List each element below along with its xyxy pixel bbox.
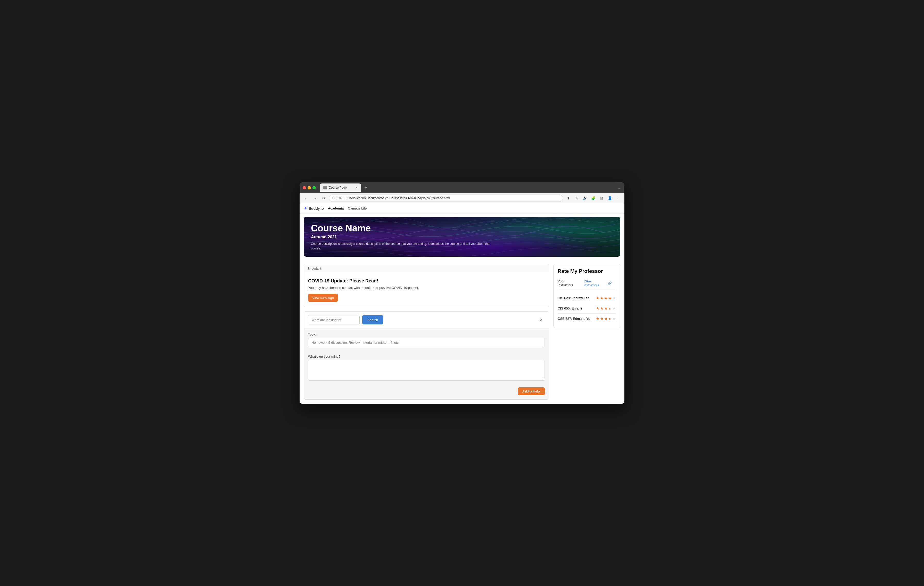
star-filled: ★ bbox=[604, 316, 608, 321]
address-info-icon: ⓘ bbox=[332, 196, 335, 200]
extensions-button[interactable]: 🧩 bbox=[590, 195, 597, 201]
tab-close-button[interactable]: ✕ bbox=[355, 186, 358, 189]
window-menu-button[interactable]: ⌄ bbox=[617, 185, 621, 191]
browser-window: Course Page ✕ + ⌄ ← → ↻ ⓘ File | /Users/… bbox=[300, 182, 624, 404]
table-row: CSE 687: Edmund Yu ★ ★ ★ ★ ★ bbox=[558, 314, 616, 324]
search-close-button[interactable]: ✕ bbox=[538, 316, 545, 323]
nav-link-academia[interactable]: Academia bbox=[328, 206, 344, 210]
minimize-button[interactable] bbox=[308, 186, 311, 189]
logo-icon: ✦ bbox=[304, 206, 307, 211]
instructor-name-1: CIS 655: Ercanli bbox=[558, 306, 582, 310]
mind-field-group: What's on your mind? bbox=[308, 355, 545, 382]
active-tab[interactable]: Course Page ✕ bbox=[320, 183, 361, 192]
audio-button[interactable]: 🔊 bbox=[582, 195, 588, 201]
traffic-lights bbox=[303, 186, 316, 189]
alert-title: COVID-19 Update: Please Read! bbox=[308, 278, 545, 284]
tab-favicon bbox=[323, 186, 327, 189]
star-filled: ★ bbox=[600, 316, 604, 321]
main-content-area: Important COVID-19 Update: Please Read! … bbox=[304, 264, 549, 400]
menu-button[interactable]: ⋮ bbox=[615, 195, 621, 201]
rate-professor-tabs: Your instructors Other instructors 🔗 bbox=[558, 278, 616, 289]
star-filled: ★ bbox=[604, 306, 608, 311]
rate-professor-title: Rate My Professor bbox=[558, 268, 616, 274]
topic-field-group: Topic bbox=[308, 333, 545, 351]
table-row: CIS 623: Andrew Lee ★ ★ ★ ★ ★ bbox=[558, 293, 616, 303]
tab-other-instructors[interactable]: Other instructors 🔗 bbox=[584, 278, 612, 289]
ask-for-help-button[interactable]: AskForHelp! bbox=[518, 387, 545, 395]
search-form-card: Search ✕ Topic What's on your mind? bbox=[304, 311, 549, 400]
forward-button[interactable]: → bbox=[312, 195, 318, 201]
link-icon: 🔗 bbox=[608, 281, 612, 285]
browser-actions: ⬆ ☆ 🔊 🧩 ⊟ 👤 ⋮ bbox=[565, 195, 621, 201]
tab-your-instructors[interactable]: Your instructors bbox=[558, 278, 579, 289]
search-input-wrapper bbox=[308, 315, 360, 324]
topic-input[interactable] bbox=[308, 338, 545, 347]
hero-banner: Course Name Autumn 2021 Course descripti… bbox=[304, 217, 620, 257]
star-filled: ★ bbox=[608, 296, 612, 300]
address-text: /Users/leoguo/Documents/Syr_Courses/CSE6… bbox=[346, 196, 450, 200]
page-content: ✦ Buddy.io Academia Campus Life Course N bbox=[300, 203, 624, 404]
instructor-name-0: CIS 623: Andrew Lee bbox=[558, 296, 589, 300]
new-tab-button[interactable]: + bbox=[362, 184, 370, 191]
main-layout: Important COVID-19 Update: Please Read! … bbox=[300, 260, 624, 404]
search-row: Search ✕ bbox=[304, 311, 549, 328]
stars-2: ★ ★ ★ ★ ★ bbox=[596, 316, 616, 321]
instructor-list: CIS 623: Andrew Lee ★ ★ ★ ★ ★ CIS 655: E… bbox=[558, 293, 616, 324]
table-row: CIS 655: Ercanli ★ ★ ★ ★ ★ bbox=[558, 303, 616, 314]
form-body: Topic What's on your mind? AskForHelp! bbox=[304, 328, 549, 400]
important-card: Important COVID-19 Update: Please Read! … bbox=[304, 264, 549, 307]
instructor-name-2: CSE 687: Edmund Yu bbox=[558, 317, 590, 321]
refresh-button[interactable]: ↻ bbox=[320, 195, 327, 201]
hero-title: Course Name bbox=[311, 223, 613, 234]
back-button[interactable]: ← bbox=[303, 195, 309, 201]
search-input[interactable] bbox=[309, 315, 360, 324]
bookmark-button[interactable]: ☆ bbox=[573, 195, 580, 201]
site-nav: ✦ Buddy.io Academia Campus Life bbox=[300, 203, 624, 214]
star-empty: ★ bbox=[612, 296, 616, 300]
browser-toolbar: ← → ↻ ⓘ File | /Users/leoguo/Documents/S… bbox=[300, 193, 624, 203]
other-instructors-label: Other instructors bbox=[584, 279, 607, 287]
tab-label: Course Page bbox=[329, 186, 347, 189]
card-body-important: COVID-19 Update: Please Read! You may ha… bbox=[304, 273, 549, 307]
star-half: ★ bbox=[608, 306, 612, 311]
hero-description: Course description is basically a course… bbox=[311, 242, 492, 251]
hero-content: Course Name Autumn 2021 Course descripti… bbox=[304, 217, 620, 257]
close-button[interactable] bbox=[303, 186, 306, 189]
address-prefix: File bbox=[337, 196, 342, 200]
alert-text: You may have been in contact with a conf… bbox=[308, 286, 545, 290]
share-button[interactable]: ⬆ bbox=[565, 195, 572, 201]
topic-label: Topic bbox=[308, 333, 545, 336]
star-empty: ★ bbox=[612, 316, 616, 321]
sidebar: Rate My Professor Your instructors Other… bbox=[553, 264, 620, 328]
mind-label: What's on your mind? bbox=[308, 355, 545, 359]
profile-button[interactable]: 👤 bbox=[606, 195, 613, 201]
star-empty: ★ bbox=[612, 306, 616, 311]
rate-professor-card: Rate My Professor Your instructors Other… bbox=[553, 264, 620, 328]
star-filled: ★ bbox=[596, 296, 599, 300]
star-half: ★ bbox=[608, 316, 612, 321]
search-button[interactable]: Search bbox=[362, 315, 383, 324]
address-separator: | bbox=[344, 196, 345, 200]
star-filled: ★ bbox=[596, 306, 599, 311]
hero-semester: Autumn 2021 bbox=[311, 235, 613, 239]
star-filled: ★ bbox=[600, 306, 604, 311]
browser-titlebar: Course Page ✕ + ⌄ bbox=[300, 182, 624, 193]
tab-bar: Course Page ✕ + bbox=[320, 183, 615, 192]
maximize-button[interactable] bbox=[312, 186, 316, 189]
mind-textarea[interactable] bbox=[308, 360, 545, 380]
stars-0: ★ ★ ★ ★ ★ bbox=[596, 296, 616, 300]
card-header-important: Important bbox=[304, 264, 549, 273]
tab-search-button[interactable]: ⊟ bbox=[598, 195, 605, 201]
nav-link-campus-life[interactable]: Campus Life bbox=[348, 206, 366, 210]
star-filled: ★ bbox=[600, 296, 604, 300]
logo-text: Buddy.io bbox=[309, 206, 324, 211]
address-bar[interactable]: ⓘ File | /Users/leoguo/Documents/Syr_Cou… bbox=[329, 194, 563, 202]
star-filled: ★ bbox=[604, 296, 608, 300]
view-message-button[interactable]: View message bbox=[308, 294, 338, 302]
stars-1: ★ ★ ★ ★ ★ bbox=[596, 306, 616, 311]
form-footer: AskForHelp! bbox=[308, 385, 545, 395]
logo: ✦ Buddy.io bbox=[304, 206, 324, 211]
star-filled: ★ bbox=[596, 316, 599, 321]
